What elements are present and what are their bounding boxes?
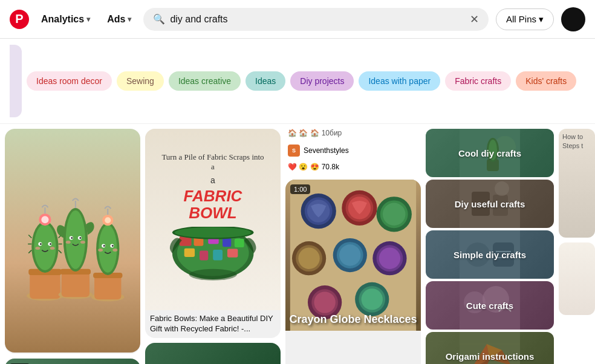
svg-rect-54 bbox=[200, 251, 208, 261]
svg-point-41 bbox=[98, 249, 103, 252]
search-input[interactable] bbox=[170, 14, 465, 25]
top-partial-meta: 🏠 🏠 🏠 10бир bbox=[285, 129, 421, 140]
svg-rect-56 bbox=[227, 249, 238, 258]
col3-reactions: ❤️ 😮 😍 bbox=[288, 163, 319, 171]
crayon-globe-card[interactable]: 1:00 bbox=[285, 180, 421, 364]
svg-rect-55 bbox=[213, 250, 223, 260]
main-content: Cactus Ornament Craft for Christmas • Co… bbox=[0, 124, 595, 364]
clear-search-button[interactable]: ✕ bbox=[470, 13, 479, 26]
sidebar-card-simple-diy[interactable]: Simple diy crafts bbox=[426, 230, 554, 279]
partial-stats: 10бир bbox=[322, 129, 342, 137]
col3-stats: 70.8k bbox=[322, 163, 339, 171]
svg-point-38 bbox=[103, 245, 105, 247]
tag-ideas-with-paper[interactable]: Ideas with paper bbox=[359, 71, 440, 91]
svg-point-42 bbox=[113, 249, 118, 252]
tag-ideas[interactable]: Ideas bbox=[245, 71, 285, 91]
style-tag-row: S Seventhstyles bbox=[285, 145, 421, 158]
fabric-bowl-main-text: FABRIC BOWL bbox=[160, 187, 266, 222]
svg-point-58 bbox=[175, 227, 252, 238]
pins-column-2: Turn a Pile of Fabric Scraps into a a FA… bbox=[145, 129, 281, 364]
left-partial-tag bbox=[10, 45, 22, 117]
svg-point-75 bbox=[339, 244, 360, 265]
tag-ideas-creative[interactable]: Ideas creative bbox=[169, 71, 241, 91]
svg-point-69 bbox=[383, 203, 406, 226]
fabric-bowl-card[interactable]: Turn a Pile of Fabric Scraps into a a FA… bbox=[145, 129, 281, 338]
tag-diy-projects[interactable]: Diy projects bbox=[290, 71, 354, 91]
svg-point-26 bbox=[71, 236, 73, 238]
cactus-pin-card[interactable]: Cactus Ornament Craft for Christmas • Co… bbox=[5, 129, 140, 354]
far-right-partial-text: How to Steps t bbox=[559, 129, 595, 155]
sidebar-card-origami[interactable]: Origami instructions bbox=[426, 332, 554, 364]
col1-video-card[interactable]: 2:10 bbox=[5, 359, 140, 364]
tag-sewing[interactable]: Sewing bbox=[117, 71, 164, 91]
analytics-nav[interactable]: Analytics ▾ bbox=[36, 11, 95, 27]
analytics-chevron-icon: ▾ bbox=[86, 15, 90, 24]
fabric-bowl-title: Fabric Bowls: Make a Beautiful DIY Gift … bbox=[145, 310, 281, 338]
svg-rect-1 bbox=[30, 271, 60, 298]
style-icon: S bbox=[288, 145, 300, 157]
svg-point-24 bbox=[66, 210, 85, 269]
partial-icons: 🏠 🏠 🏠 bbox=[288, 129, 319, 137]
sidebar-card-cute-label: Cute crafts bbox=[466, 301, 513, 311]
svg-point-6 bbox=[40, 243, 42, 245]
svg-rect-33 bbox=[94, 275, 121, 299]
svg-point-59 bbox=[189, 269, 236, 281]
ads-label: Ads bbox=[107, 14, 125, 25]
far-right-card-1[interactable]: How to Steps t bbox=[559, 129, 595, 238]
svg-point-72 bbox=[298, 248, 319, 269]
all-pins-chevron-icon: ▾ bbox=[539, 14, 544, 25]
svg-point-12 bbox=[42, 216, 49, 223]
svg-point-28 bbox=[80, 236, 82, 238]
tag-fabric-crafts[interactable]: Fabric crafts bbox=[445, 71, 511, 91]
svg-point-78 bbox=[379, 248, 400, 269]
svg-point-8 bbox=[50, 243, 51, 245]
search-icon: 🔍 bbox=[153, 13, 165, 25]
pinterest-logo[interactable]: P bbox=[10, 10, 29, 29]
svg-line-16 bbox=[28, 250, 31, 253]
far-right-partial: How to Steps t bbox=[559, 124, 595, 364]
header: P Analytics ▾ Ads ▾ 🔍 ✕ All Pins ▾ bbox=[0, 0, 595, 39]
sidebar-card-simple-label: Simple diy crafts bbox=[454, 250, 526, 260]
analytics-label: Analytics bbox=[41, 14, 84, 25]
svg-point-30 bbox=[80, 240, 85, 243]
sidebar-card-cool-diy[interactable]: Cool diy crafts bbox=[426, 129, 554, 177]
col3-reactions-row: ❤️ 😮 😍 70.8k bbox=[285, 163, 421, 175]
svg-point-84 bbox=[362, 288, 383, 310]
svg-rect-53 bbox=[184, 249, 194, 257]
right-sidebar: Cool diy crafts Diy useful crafts bbox=[426, 124, 559, 364]
all-pins-button[interactable]: All Pins ▾ bbox=[496, 8, 554, 30]
logo-area: P bbox=[10, 10, 29, 29]
svg-point-9 bbox=[36, 247, 41, 250]
sidebar-card-cool-label: Cool diy crafts bbox=[458, 148, 521, 158]
cactus-pin-title: Cactus Ornament Craft for Christmas • Co… bbox=[5, 353, 140, 354]
svg-point-29 bbox=[66, 240, 71, 243]
far-right-card-2[interactable] bbox=[559, 242, 595, 315]
all-pins-label: All Pins bbox=[506, 14, 536, 24]
style-name: Seventhstyles bbox=[304, 146, 349, 155]
avatar[interactable] bbox=[561, 7, 585, 31]
svg-rect-52 bbox=[235, 239, 244, 247]
sidebar-card-useful-label: Diy useful crafts bbox=[455, 199, 525, 209]
svg-point-40 bbox=[112, 245, 114, 247]
svg-point-10 bbox=[50, 247, 55, 250]
ads-nav[interactable]: Ads ▾ bbox=[102, 11, 136, 27]
tags-row: Ideas room decor Sewing Ideas creative I… bbox=[0, 39, 595, 124]
col2-second-card[interactable]: Fabric project bbox=[145, 343, 281, 364]
pins-column-3: 🏠 🏠 🏠 10бир S Seventhstyles ❤️ 😮 😍 70.8k… bbox=[285, 129, 421, 364]
sidebar-card-cute[interactable]: Cute crafts bbox=[426, 281, 554, 330]
ads-chevron-icon: ▾ bbox=[128, 15, 131, 24]
svg-point-81 bbox=[314, 291, 335, 313]
fabric-bowl-top-text: Turn a Pile of Fabric Scraps into a bbox=[160, 152, 266, 172]
tag-ideas-room-decor[interactable]: Ideas room decor bbox=[27, 71, 112, 91]
search-bar: 🔍 ✕ bbox=[143, 8, 489, 31]
video-badge-col3: 1:00 bbox=[290, 184, 310, 194]
pins-column-1: Cactus Ornament Craft for Christmas • Co… bbox=[5, 129, 140, 364]
tag-kids-crafts[interactable]: Kids' crafts bbox=[516, 71, 576, 91]
svg-rect-21 bbox=[62, 271, 89, 296]
crayon-label: Crayon Globe Necklaces bbox=[289, 313, 417, 326]
sidebar-card-origami-label: Origami instructions bbox=[446, 351, 535, 362]
sidebar-card-diy-useful[interactable]: Diy useful crafts bbox=[426, 180, 554, 228]
svg-line-19 bbox=[59, 250, 62, 253]
svg-line-14 bbox=[28, 235, 31, 238]
style-icon-label: S bbox=[292, 148, 296, 154]
